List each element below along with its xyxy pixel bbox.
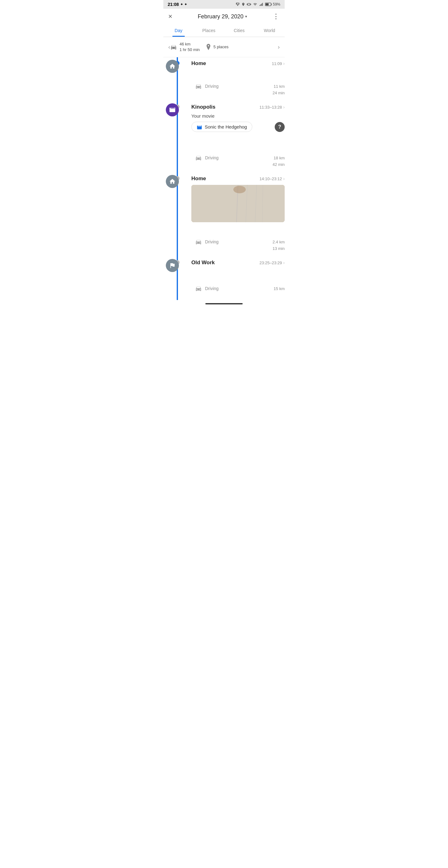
close-button[interactable]: × xyxy=(168,12,172,21)
home-photo[interactable] xyxy=(191,185,285,222)
tabs-bar: Day Places Cities World xyxy=(163,24,285,37)
svg-rect-2 xyxy=(265,3,268,5)
movie-label: Your movie xyxy=(191,113,285,119)
place-home-2-row[interactable]: Home 14:10–23:12 › xyxy=(191,176,285,182)
place-kinopolis-content: Kinopolis 11:33–13:28 › Your movie Sonic… xyxy=(191,101,285,151)
vibrate-icon xyxy=(247,2,251,6)
movie-title: Sonic the Hedgehog xyxy=(205,124,247,129)
driving-car-icon-2 xyxy=(195,155,202,161)
tab-day[interactable]: Day xyxy=(163,24,194,37)
status-bar: 21:08 ✦ ✦ 59% xyxy=(163,0,285,9)
summary-content: 46 km 1 hr 50 min 5 places xyxy=(170,41,278,53)
location-icon xyxy=(242,2,245,6)
chevron-right-icon-3: › xyxy=(283,176,285,181)
date-title: February 29, 2020 xyxy=(197,13,243,20)
alarm-icon xyxy=(235,2,240,6)
wifi-icon xyxy=(253,2,258,6)
place-oldwork-content: Old Work 23:25–23:29 › xyxy=(191,256,285,281)
place-oldwork-row[interactable]: Old Work 23:25–23:29 › xyxy=(191,259,285,266)
tab-cities[interactable]: Cities xyxy=(224,24,255,37)
transit-3: Driving 2.4 km 13 min xyxy=(163,235,285,256)
home-bar-line xyxy=(205,303,243,304)
driving-car-icon-1 xyxy=(195,84,202,89)
place-oldwork: Old Work 23:25–23:29 › xyxy=(163,256,285,281)
movie-row: Sonic the Hedgehog ? xyxy=(191,122,285,132)
tab-places[interactable]: Places xyxy=(194,24,224,37)
tab-world[interactable]: World xyxy=(255,24,285,37)
summary-bar: ‹ 46 km 1 hr 50 min 5 places › xyxy=(163,37,285,57)
svg-point-8 xyxy=(233,186,246,193)
place-kinopolis-row[interactable]: Kinopolis 11:33–13:28 › xyxy=(191,104,285,110)
transit-2-details: Driving 18 km 42 min xyxy=(191,155,285,168)
transit-1: Driving 11 km 24 min xyxy=(163,79,285,101)
status-time: 21:08 xyxy=(168,2,179,7)
notification-icons: ✦ ✦ xyxy=(180,2,187,6)
chevron-right-icon-2: › xyxy=(283,104,285,110)
movie-chip[interactable]: Sonic the Hedgehog xyxy=(191,122,252,132)
movie-section: Your movie Sonic the Hedgehog ? xyxy=(191,110,285,133)
transit-4: Driving 15 km xyxy=(163,281,285,300)
place-home-2-content: Home 14:10–23:12 › xyxy=(191,173,285,235)
place-oldwork-time: 23:25–23:29 › xyxy=(259,260,285,265)
place-home-1: Home 11:09 › xyxy=(163,57,285,79)
transit-3-content: Driving 2.4 km 13 min xyxy=(191,235,285,256)
movie-icon xyxy=(166,103,179,116)
places-text: 5 places xyxy=(214,44,228,50)
places-summary: 5 places xyxy=(206,44,228,50)
driving-car-icon-4 xyxy=(195,286,202,291)
place-home-2: Home 14:10–23:12 › xyxy=(163,173,285,235)
header-title[interactable]: February 29, 2020 ▾ xyxy=(197,13,247,20)
photo-placeholder xyxy=(191,185,285,222)
help-button[interactable]: ? xyxy=(275,122,285,132)
home-icon-1 xyxy=(166,60,179,73)
transit-2: Driving 18 km 42 min xyxy=(163,151,285,173)
next-day-button[interactable]: › xyxy=(278,44,280,51)
battery-icon xyxy=(265,2,272,6)
film-icon xyxy=(197,124,202,129)
battery-percent: 59% xyxy=(273,2,280,6)
places-pin-icon xyxy=(206,44,211,50)
header: × February 29, 2020 ▾ ⋮ xyxy=(163,9,285,24)
distance-summary: 46 km 1 hr 50 min xyxy=(170,41,200,53)
transit-2-distance: 18 km 42 min xyxy=(273,155,285,168)
status-left: 21:08 ✦ ✦ xyxy=(168,2,187,7)
transit-3-distance: 2.4 km 13 min xyxy=(273,239,285,252)
photo-svg xyxy=(191,185,285,222)
place-home-1-row[interactable]: Home 11:09 › xyxy=(191,60,285,67)
home-icon-2 xyxy=(166,175,179,188)
transit-4-content: Driving 15 km xyxy=(191,281,285,300)
status-right: 59% xyxy=(235,2,280,6)
more-menu-button[interactable]: ⋮ xyxy=(273,12,280,21)
timeline: Home 11:09 › Driving 11 km 24 min xyxy=(163,57,285,300)
chevron-right-icon-4: › xyxy=(283,260,285,265)
chevron-right-icon: › xyxy=(283,61,285,66)
distance-text: 46 km 1 hr 50 min xyxy=(180,41,200,53)
car-icon xyxy=(170,44,177,50)
transit-3-details: Driving 2.4 km 13 min xyxy=(191,239,285,252)
signal-icon xyxy=(259,2,263,6)
driving-car-icon-3 xyxy=(195,239,202,245)
transit-1-details: Driving 11 km 24 min xyxy=(191,84,285,96)
transit-4-details: Driving 15 km xyxy=(191,286,285,292)
svg-rect-1 xyxy=(271,4,271,5)
home-bar xyxy=(163,300,285,306)
transit-2-content: Driving 18 km 42 min xyxy=(191,151,285,173)
place-home-1-content: Home 11:09 › xyxy=(191,57,285,79)
place-home-1-time: 11:09 › xyxy=(272,61,285,66)
transit-4-distance: 15 km xyxy=(274,286,285,292)
place-home-2-time: 14:10–23:12 › xyxy=(259,176,285,181)
transit-1-distance: 11 km 24 min xyxy=(273,84,285,96)
transit-1-content: Driving 11 km 24 min xyxy=(191,79,285,101)
date-dropdown-arrow: ▾ xyxy=(245,14,247,19)
place-kinopolis-time: 11:33–13:28 › xyxy=(259,104,285,110)
flag-icon-1 xyxy=(166,259,179,272)
place-kinopolis: Kinopolis 11:33–13:28 › Your movie Sonic… xyxy=(163,101,285,151)
